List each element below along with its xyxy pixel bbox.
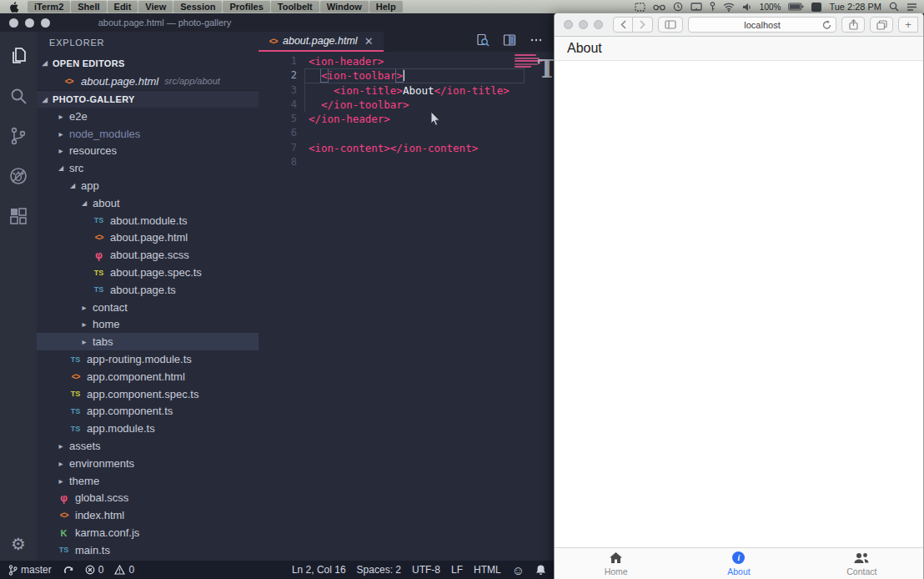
volume-icon[interactable] xyxy=(742,3,752,12)
display-mirroring-icon[interactable] xyxy=(690,3,702,12)
key-icon[interactable] xyxy=(710,2,716,12)
wifi-icon[interactable] xyxy=(723,3,735,12)
menu-view[interactable]: View xyxy=(138,1,173,13)
status-utf-8[interactable]: UTF-8 xyxy=(412,564,440,576)
code-line-3[interactable]: 3 <ion-title>About</ion-title> xyxy=(259,83,555,98)
tree-item-home[interactable]: ▸home xyxy=(37,316,259,334)
tree-item-index-html[interactable]: <>index.html xyxy=(37,506,259,524)
project-section-header[interactable]: ◢ PHOTO-GALLERY xyxy=(37,90,259,108)
status-html[interactable]: HTML xyxy=(474,564,501,576)
code-line-8[interactable]: 8 xyxy=(259,155,555,169)
close-tab-icon[interactable]: ✕ xyxy=(364,35,374,48)
menu-shell[interactable]: Shell xyxy=(71,1,106,13)
more-actions-icon[interactable] xyxy=(530,33,543,50)
menu-iterm2[interactable]: iTerm2 xyxy=(28,1,70,13)
tree-item-about-page-spec-ts[interactable]: TSabout.page.spec.ts xyxy=(37,264,259,281)
zoom-window-button[interactable] xyxy=(594,20,603,29)
code-line-5[interactable]: 5</ion-header> xyxy=(259,112,555,126)
tree-item-app-component-ts[interactable]: TSapp.component.ts xyxy=(37,403,259,420)
code-line-7[interactable]: 7<ion-content></ion-content> xyxy=(259,141,555,155)
menu-window[interactable]: Window xyxy=(320,1,369,13)
tab-overview-button[interactable] xyxy=(870,17,893,33)
close-window-button[interactable] xyxy=(564,20,573,29)
tree-item-app-component-spec-ts[interactable]: TSapp.component.spec.ts xyxy=(37,385,259,403)
apple-menu-icon[interactable] xyxy=(10,2,19,13)
notifications-bell-icon[interactable] xyxy=(535,564,546,576)
back-button[interactable] xyxy=(613,17,633,33)
code-editor[interactable]: 1<ion-header>2 <ion-toolbar>3 <ion-title… xyxy=(259,52,555,561)
code-line-4[interactable]: 4 </ion-toolbar> xyxy=(259,98,555,112)
tree-item-about-page-ts[interactable]: TSabout.page.ts xyxy=(37,281,259,299)
source-control-icon[interactable] xyxy=(7,123,30,149)
tree-item-e2e[interactable]: ▸e2e xyxy=(37,108,259,125)
tree-item-about-page-html[interactable]: <>about.page.html xyxy=(37,229,259,247)
search-icon[interactable] xyxy=(7,83,30,108)
tree-item-karma-conf-js[interactable]: Kkarma.conf.js xyxy=(37,524,259,541)
tree-item-resources[interactable]: ▸resources xyxy=(37,143,259,160)
notification-center-icon[interactable] xyxy=(906,3,917,12)
open-preview-icon[interactable] xyxy=(476,33,490,50)
tree-item-tabs[interactable]: ▸tabs xyxy=(37,333,259,350)
open-editors-header[interactable]: ◢ OPEN EDITORS xyxy=(37,54,259,72)
split-editor-icon[interactable] xyxy=(503,33,516,50)
menu-help[interactable]: Help xyxy=(369,1,403,13)
address-bar[interactable]: localhost xyxy=(688,17,836,33)
tree-item-main-ts[interactable]: TSmain.ts xyxy=(37,541,259,559)
open-editor-item[interactable]: <> about.page.html src/app/about xyxy=(37,72,259,90)
menu-toolbelt[interactable]: Toolbelt xyxy=(271,1,319,13)
twistie-collapsed-icon: ▸ xyxy=(57,112,65,121)
twistie-collapsed-icon: ▸ xyxy=(80,337,88,346)
battery-percentage[interactable]: 100% xyxy=(760,3,781,12)
tree-item-node-modules[interactable]: ▸node_modules xyxy=(37,125,259,143)
sync-button[interactable] xyxy=(63,565,74,576)
tree-item-about-page-scss[interactable]: φabout.page.scss xyxy=(37,246,259,264)
glasses-icon[interactable] xyxy=(653,3,665,11)
tree-item-app[interactable]: ◢app xyxy=(37,177,259,194)
ionic-tab-about[interactable]: iAbout xyxy=(677,548,800,579)
desktop: iTerm2ShellEditViewSessionProfilesToolbe… xyxy=(0,0,924,579)
menu-profiles[interactable]: Profiles xyxy=(223,1,269,13)
status-ln-2-col-16[interactable]: Ln 2, Col 16 xyxy=(292,564,346,576)
new-tab-button[interactable]: + xyxy=(898,17,918,33)
screen-capture-icon[interactable] xyxy=(635,3,645,12)
menu-edit[interactable]: Edit xyxy=(108,1,138,13)
input-source-icon[interactable] xyxy=(811,3,821,12)
ionic-tab-contact[interactable]: Contact xyxy=(801,548,923,579)
files-icon[interactable] xyxy=(7,43,30,68)
tree-item-contact[interactable]: ▸contact xyxy=(37,299,259,316)
tree-item-app-module-ts[interactable]: TSapp.module.ts xyxy=(37,420,259,437)
tree-item-theme[interactable]: ▸theme xyxy=(37,472,259,490)
tree-item-app-component-html[interactable]: <>app.component.html xyxy=(37,368,259,385)
code-line-2[interactable]: 2 <ion-toolbar> xyxy=(259,68,555,83)
code-line-1[interactable]: 1<ion-header> xyxy=(259,54,555,68)
git-branch-indicator[interactable]: master xyxy=(8,564,52,576)
tree-item-about[interactable]: ◢about xyxy=(37,194,259,212)
tree-item-about-module-ts[interactable]: TSabout.module.ts xyxy=(37,212,259,229)
tree-item-src[interactable]: ◢src xyxy=(37,159,259,177)
menu-session[interactable]: Session xyxy=(173,1,222,13)
ionic-tab-home[interactable]: Home xyxy=(555,548,677,579)
spotlight-icon[interactable] xyxy=(889,2,899,12)
menu-clock[interactable]: Tue 2:28 PM xyxy=(829,2,881,12)
tree-item-assets[interactable]: ▸assets xyxy=(37,437,259,455)
settings-gear-icon[interactable]: ⚙ xyxy=(11,534,26,554)
status-lf[interactable]: LF xyxy=(451,564,463,576)
forward-button[interactable] xyxy=(633,17,653,33)
errors-indicator[interactable]: 0 xyxy=(85,564,104,576)
warnings-indicator[interactable]: 0 xyxy=(114,564,134,576)
tree-item-app-routing-module-ts[interactable]: TSapp-routing.module.ts xyxy=(37,350,259,368)
tree-item-environments[interactable]: ▸environments xyxy=(37,455,259,472)
battery-icon[interactable] xyxy=(788,3,804,11)
time-machine-icon[interactable] xyxy=(673,2,683,12)
status-spaces-2[interactable]: Spaces: 2 xyxy=(357,564,401,576)
debug-icon[interactable] xyxy=(7,164,30,189)
extensions-icon[interactable] xyxy=(7,204,30,229)
editor-tab-about-page-html[interactable]: <> about.page.html ✕ xyxy=(259,32,384,52)
minimize-window-button[interactable] xyxy=(579,20,588,29)
sidebar-toggle-button[interactable] xyxy=(658,17,683,33)
code-line-6[interactable]: 6 xyxy=(259,126,555,140)
reload-icon[interactable] xyxy=(822,20,831,32)
feedback-smiley-icon[interactable]: ☺ xyxy=(512,563,525,577)
tree-item-global-scss[interactable]: φglobal.scss xyxy=(37,490,259,507)
share-button[interactable] xyxy=(841,17,865,33)
